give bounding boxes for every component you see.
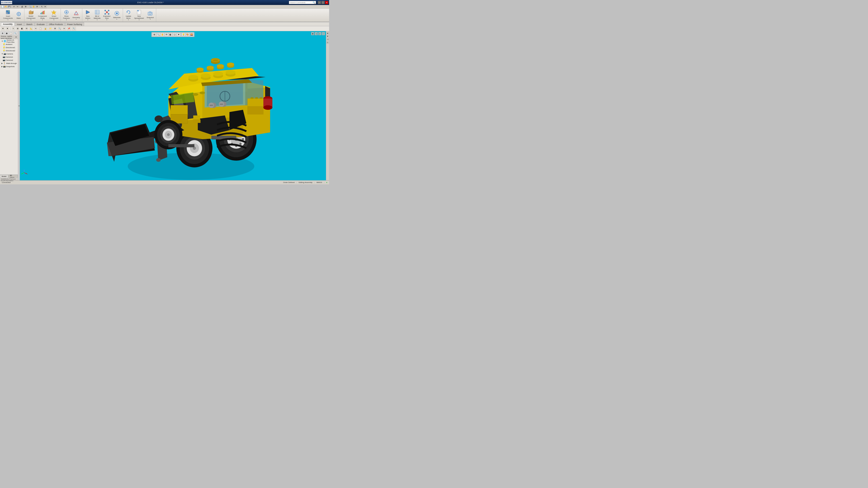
tree-snap-icon: ▶ bbox=[1, 66, 3, 68]
tb2-icon-12[interactable]: ✏ bbox=[62, 27, 66, 31]
tree-item-walkthrough[interactable]: ▶ 🚶 Walk-through bbox=[0, 62, 18, 65]
maximize-button[interactable]: □ bbox=[321, 1, 324, 4]
new-spreadsheet-button[interactable]: NewSpreadsheet ▼ bbox=[133, 9, 145, 21]
right-btn-1[interactable]: ▲ bbox=[327, 32, 329, 34]
update-items-label: UpdateItems bbox=[126, 15, 131, 19]
panel-icon-3[interactable]: 📋 bbox=[9, 32, 13, 35]
cmd-options[interactable]: ⚙ bbox=[24, 5, 27, 8]
geometry-button[interactable]: Geometry ▼ bbox=[71, 9, 81, 21]
cmd-rotate[interactable]: ⟳ bbox=[35, 5, 39, 8]
svg-rect-13 bbox=[44, 11, 45, 14]
tb2-icon-8[interactable]: 🔒 bbox=[43, 27, 48, 31]
snapshot-arrow: ▼ bbox=[150, 19, 151, 20]
tb2-btn-1[interactable]: ▼ bbox=[1, 27, 5, 31]
toolbar-model-section: ModelComponent ▼ ComponentStudy ▼ Sma bbox=[24, 8, 61, 22]
svg-rect-30 bbox=[105, 10, 106, 11]
tb2-icon-13[interactable]: 📌 bbox=[67, 27, 71, 31]
bottom-tab-3dviews[interactable]: 3D Views bbox=[8, 175, 18, 177]
right-btn-2[interactable]: ▼ bbox=[327, 35, 329, 37]
tb2-icon-3[interactable]: ◧ bbox=[20, 27, 24, 31]
show-features-icon bbox=[64, 10, 69, 15]
search-box[interactable]: 🔍 bbox=[289, 1, 316, 4]
tab-power-surfacing[interactable]: Power Surfacing bbox=[65, 22, 84, 26]
exploded-view-button[interactable]: ExplodedView ▼ bbox=[102, 9, 111, 21]
panel-icon-1[interactable]: ⊞ bbox=[0, 32, 4, 35]
tree-item-ambient[interactable]: 💡 Ambient bbox=[0, 43, 18, 46]
cmd-redo[interactable]: ↪ bbox=[16, 5, 19, 8]
tb2-icon-10[interactable]: ⚙ bbox=[53, 27, 57, 31]
right-btn-3[interactable]: ◁ bbox=[327, 38, 329, 41]
model-component-button[interactable]: ModelComponent ▼ bbox=[26, 9, 36, 21]
vp-corner-split[interactable]: ⊞ bbox=[311, 32, 314, 35]
tb2-icon-14[interactable]: 🔧 bbox=[72, 27, 76, 31]
tb2-icon-7[interactable]: 📋 bbox=[38, 27, 43, 31]
update-items-button[interactable]: UpdateItems ▼ bbox=[124, 9, 132, 21]
tb2-icon-11[interactable]: 🔍 bbox=[57, 27, 62, 31]
tb2-icon-4[interactable]: ⟲ bbox=[25, 27, 29, 31]
tree-item-snapshots[interactable]: ▶ 📸 Snapshots bbox=[0, 65, 18, 68]
geometry-label: Geometry bbox=[72, 17, 80, 19]
tree-item-directional2[interactable]: 💡 Directional2 bbox=[0, 49, 18, 52]
left-panel-header: Scene, Lights, and Cameras ▼ bbox=[0, 35, 18, 39]
tb2-icon-1[interactable]: ↖ bbox=[11, 27, 16, 31]
tab-insert[interactable]: Insert bbox=[15, 22, 24, 26]
snapshot-button[interactable]: Snapshot ▼ bbox=[146, 9, 155, 21]
vp-corner-next-view[interactable]: ▷ bbox=[318, 32, 321, 35]
vp-corner-prev-view[interactable]: ◁ bbox=[315, 32, 318, 35]
viewport[interactable]: ⊞ 🔍 ✋ ⟳ ◧ ◻ ▼ 💡 🎨 🌄 ⊞ ◁ ▷ □ bbox=[20, 31, 326, 180]
tree-item-directional1[interactable]: 💡 Directional1 bbox=[0, 46, 18, 49]
new-spreadsheet-icon bbox=[136, 10, 142, 15]
make-button[interactable]: Make bbox=[15, 9, 23, 21]
tree-item-camera1[interactable]: 📷 Camera1 bbox=[0, 55, 18, 59]
new-motion-button[interactable]: NewMotion ▼ bbox=[84, 9, 92, 21]
tree-item-scene[interactable]: ▼ 🌐 Scene (3-Point Illus. bbox=[0, 39, 18, 43]
component-study-button[interactable]: ComponentStudy ▼ bbox=[37, 9, 48, 21]
bottom-tab-model[interactable]: Model bbox=[0, 175, 8, 177]
cmd-print[interactable]: 🖨 bbox=[21, 5, 24, 8]
tab-assembly[interactable]: Assembly bbox=[1, 22, 15, 26]
cmd-new[interactable]: 📄 bbox=[1, 5, 4, 8]
tab-evaluate[interactable]: Evaluate bbox=[35, 22, 47, 26]
search-input[interactable] bbox=[290, 2, 313, 4]
cmd-open[interactable]: 📂 bbox=[4, 5, 7, 8]
panel-collapse-handle[interactable]: ◄ bbox=[18, 31, 20, 180]
panel-icon-2[interactable]: ▦ bbox=[5, 32, 9, 35]
cmd-zoom[interactable]: 🔍 bbox=[29, 5, 32, 8]
tab-office-products[interactable]: Office Products bbox=[47, 22, 65, 26]
tree-walk-icon: ▶ bbox=[1, 62, 3, 64]
tb2-icon-6[interactable]: ✂ bbox=[34, 27, 38, 31]
cmd-save[interactable]: 💾 bbox=[8, 5, 11, 8]
exploded-view-label: ExplodedView bbox=[103, 15, 110, 19]
show-features-button[interactable]: ShowFeatures ▼ bbox=[62, 9, 71, 21]
tb2-icon-5[interactable]: 📐 bbox=[29, 27, 33, 31]
close-button[interactable]: ✕ bbox=[325, 1, 328, 4]
geometry-icon bbox=[73, 11, 79, 16]
tree-item-camera2[interactable]: 📷 Camera2 bbox=[0, 59, 18, 62]
snapshot-label: Snapshot bbox=[147, 17, 154, 19]
stdinhole-button[interactable]: StdInHole ▼ bbox=[112, 9, 121, 21]
smart-component-button[interactable]: SmartComponent ▼ bbox=[49, 9, 59, 21]
cmd-select[interactable]: ↖ bbox=[40, 5, 43, 8]
cmd-undo[interactable]: ↩ bbox=[12, 5, 16, 8]
svg-line-36 bbox=[106, 13, 106, 13]
update-items-icon bbox=[126, 10, 131, 15]
cmd-pan[interactable]: ✋ bbox=[32, 5, 35, 8]
right-btn-4[interactable]: ▷ bbox=[327, 41, 329, 44]
tb2-btn-2[interactable]: ▼ bbox=[5, 27, 9, 31]
bill-of-materials-button[interactable]: Bill ofMaterials ▼ bbox=[93, 9, 101, 21]
cmd-sketch[interactable]: ✏ bbox=[43, 5, 47, 8]
tb2-icon-9[interactable]: 📁 bbox=[48, 27, 53, 31]
minimize-button[interactable]: ─ bbox=[318, 1, 321, 4]
svg-text:X: X bbox=[27, 173, 28, 175]
insert-components-button[interactable]: InsertComponents ▼ bbox=[2, 9, 14, 21]
tree-item-camera[interactable]: ▼ 📷 Camera bbox=[0, 52, 18, 55]
vp-corner-max[interactable]: □ bbox=[322, 32, 325, 35]
viewport-corner-buttons: ⊞ ◁ ▷ □ bbox=[311, 32, 325, 35]
panel-icon-4[interactable]: 🔍 bbox=[13, 32, 18, 35]
stdinhole-label: StdInHole bbox=[113, 17, 121, 19]
tb2-icon-2[interactable]: ⊞ bbox=[16, 27, 20, 31]
svg-rect-33 bbox=[108, 13, 109, 14]
tab-sketch[interactable]: Sketch bbox=[24, 22, 35, 26]
exploded-view-arrow: ▼ bbox=[106, 19, 107, 21]
snapshot-icon bbox=[147, 11, 153, 16]
